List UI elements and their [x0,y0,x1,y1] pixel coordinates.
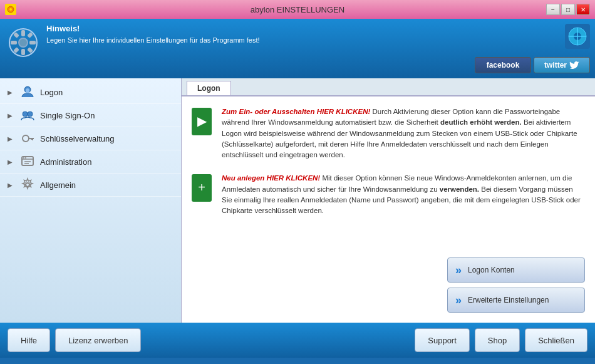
window-title: abylon EINSTELLUNGEN [251,5,344,14]
svg-point-13 [19,39,27,46]
sidebar-label-logon: Logon [40,88,63,97]
content-buttons: » Logon Konten » Erweiterte Einstellunge… [182,257,595,323]
erweiterte-label: Erweiterte Einstellungen [468,296,549,304]
section2-icon: + [192,173,214,204]
twitter-bird-icon [569,61,579,69]
key-icon [20,131,35,146]
section1-highlight: Zum Ein- oder Ausschalten HIER KLICKEN! [222,108,370,115]
svg-text:+: + [198,180,205,194]
facebook-label: facebook [487,61,520,70]
nav-arrow-general: ▶ [8,182,15,189]
header-text: Hinweis! Legen Sie hier Ihre individuell… [46,24,587,45]
nav-arrow-admin: ▶ [8,159,15,165]
sidebar-item-key[interactable]: ▶ Schlüsselverwaltung [0,127,181,150]
svg-rect-18 [26,88,29,93]
svg-point-28 [25,157,26,159]
close-button[interactable]: ✕ [576,4,590,15]
content-section-2: + Neu anlegen HIER KLICKEN! Mit dieser O… [192,173,585,216]
app-logo-icon [565,24,590,49]
sidebar-label-general: Allgemein [40,180,76,190]
schliessen-button[interactable]: Schließen [525,328,587,352]
logon-konten-label: Logon Konten [468,266,515,274]
svg-text:▶: ▶ [197,114,207,128]
section1-text: Zum Ein- oder Ausschalten HIER KLICKEN! … [222,107,585,160]
logon-icon [20,85,35,100]
hint-title: Hinweis! [46,24,587,33]
erweiterte-arrow: » [455,294,462,307]
sidebar-label-sso: Single Sign-On [40,111,95,120]
twitter-button[interactable]: twitter [534,57,590,73]
footer-right: Support Shop Schließen [415,328,587,352]
content-panel: Logon ▶ Zum Ein- oder Ausschalten HIER K… [182,78,595,323]
footer: Hilfe Lizenz erwerben Support Shop Schli… [0,323,595,358]
twitter-label: twitter [544,61,567,70]
title-bar: abylon EINSTELLUNGEN − □ ✕ [0,0,595,19]
nav-arrow-key: ▶ [8,135,15,142]
header-gear-icon [8,27,39,58]
title-bar-left [5,4,16,15]
social-buttons: facebook twitter [475,57,590,73]
svg-point-21 [23,135,29,142]
logon-konten-arrow: » [455,264,462,277]
hint-description: Legen Sie hier Ihre individuellen Einste… [46,36,587,45]
facebook-button[interactable]: facebook [475,57,531,73]
section2-bold: verwenden. [440,185,479,193]
nav-arrow-logon: ▶ [8,89,15,96]
svg-point-2 [9,8,12,11]
window-controls: − □ ✕ [546,4,590,15]
enable-disable-icon: ▶ [192,108,212,135]
app-icon [5,4,16,15]
svg-rect-6 [21,49,25,55]
section1-icon: ▶ [192,107,214,138]
main-area: ▶ Logon ▶ Single Sign-On ▶ [0,78,595,323]
logon-konten-button[interactable]: » Logon Konten [447,257,585,283]
section2-text: Neu anlegen HIER KLICKEN! Mit dieser Opt… [222,173,585,216]
header: Hinweis! Legen Sie hier Ihre individuell… [0,19,595,78]
support-button[interactable]: Support [415,328,470,352]
admin-icon [20,154,35,169]
header-logo [565,24,590,51]
hilfe-button[interactable]: Hilfe [8,328,50,352]
svg-rect-8 [29,41,36,44]
nav-arrow-sso: ▶ [8,112,15,119]
svg-point-19 [23,112,28,117]
shop-button[interactable]: Shop [475,328,520,352]
sidebar: ▶ Logon ▶ Single Sign-On ▶ [0,78,182,323]
sidebar-label-key: Schlüsselverwaltung [40,134,115,143]
new-entry-icon: + [192,174,212,202]
sidebar-item-general[interactable]: ▶ Allgemein [0,174,181,197]
erweiterte-einstellungen-button[interactable]: » Erweiterte Einstellungen [447,288,585,313]
sidebar-item-sso[interactable]: ▶ Single Sign-On [0,104,181,127]
svg-point-20 [28,112,33,117]
tab-bar: Logon [182,78,595,96]
svg-point-27 [23,157,24,159]
sidebar-label-admin: Administration [40,157,91,167]
sidebar-item-logon[interactable]: ▶ Logon [0,81,181,104]
sso-icon [20,108,35,123]
content-section-1: ▶ Zum Ein- oder Ausschalten HIER KLICKEN… [192,107,585,160]
svg-rect-7 [11,41,17,44]
tab-logon[interactable]: Logon [187,81,231,95]
section2-highlight: Neu anlegen HIER KLICKEN! [222,174,320,182]
svg-rect-5 [21,30,25,36]
lizenz-button[interactable]: Lizenz erwerben [55,328,141,352]
sidebar-item-admin[interactable]: ▶ Administration [0,150,181,174]
section1-bold: deutlich erhöht werden. [440,118,522,126]
content-body: ▶ Zum Ein- oder Ausschalten HIER KLICKEN… [182,96,595,257]
settings-icon [20,177,35,192]
maximize-button[interactable]: □ [561,4,575,15]
minimize-button[interactable]: − [546,4,560,15]
